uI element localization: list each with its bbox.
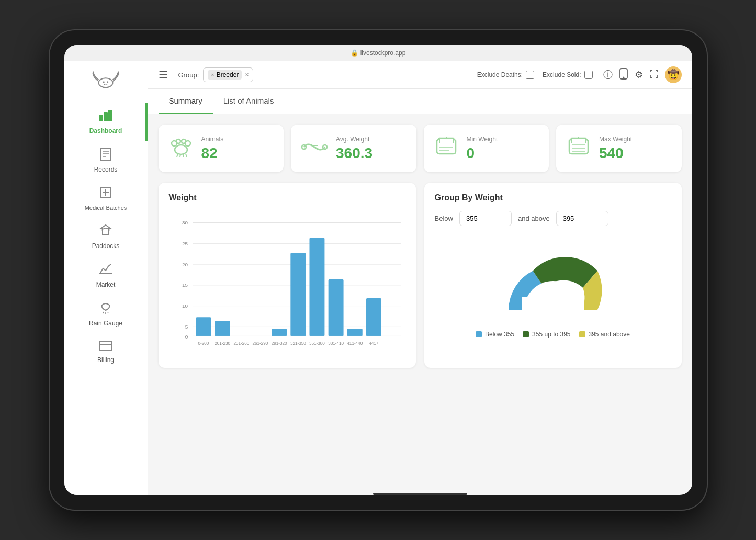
- svg-text:25: 25: [182, 241, 188, 246]
- stat-info-animals: Animals 82: [201, 136, 224, 162]
- svg-rect-4: [104, 112, 108, 121]
- sidebar-item-market[interactable]: Market: [64, 256, 148, 295]
- svg-text:321-350: 321-350: [290, 341, 306, 346]
- svg-line-27: [180, 154, 180, 157]
- bar-351-380: [309, 238, 324, 336]
- animals-icon: [169, 135, 193, 162]
- avg-weight-value: 360.3: [336, 145, 373, 162]
- legend-item-above-395: 395 and above: [579, 331, 630, 338]
- legend-item-below-355: Below 355: [476, 331, 514, 338]
- sidebar-item-paddocks[interactable]: Paddocks: [64, 217, 148, 256]
- legend-dot-below-355: [476, 331, 482, 338]
- user-avatar[interactable]: 🤠: [665, 66, 682, 83]
- group-weight-controls: Below and above: [435, 211, 671, 226]
- bar-291-320: [272, 329, 287, 336]
- group-tag-close[interactable]: ×: [245, 71, 249, 78]
- svg-text:441+: 441+: [369, 341, 379, 346]
- svg-text:30: 30: [182, 220, 188, 226]
- svg-text:201-230: 201-230: [215, 341, 230, 346]
- mobile-icon[interactable]: [619, 68, 628, 82]
- bar-441-plus: [366, 298, 381, 336]
- group-by-weight-card: Group By Weight Below and above: [424, 183, 682, 368]
- group-tag-container[interactable]: × Breeder ×: [203, 68, 253, 82]
- svg-text:231-260: 231-260: [233, 341, 249, 346]
- lock-icon: 🔒: [351, 49, 358, 57]
- svg-rect-3: [99, 115, 103, 121]
- group-tag[interactable]: × Breeder: [208, 70, 242, 80]
- svg-text:0-200: 0-200: [198, 341, 209, 346]
- legend-dot-above-395: [579, 331, 585, 338]
- svg-rect-6: [100, 148, 111, 161]
- sidebar-item-market-label: Market: [96, 281, 116, 288]
- tab-list-of-animals[interactable]: List of Animals: [213, 89, 285, 114]
- group-filter: Group: × Breeder ×: [178, 68, 254, 82]
- browser-url: livestockpro.app: [360, 49, 406, 57]
- expand-icon[interactable]: [649, 69, 659, 81]
- svg-line-28: [183, 154, 184, 157]
- svg-text:291-320: 291-320: [271, 341, 287, 346]
- above-input[interactable]: [556, 211, 608, 226]
- sidebar-item-dashboard-label: Dashboard: [89, 127, 122, 134]
- svg-point-1: [103, 81, 105, 83]
- svg-text:411-440: 411-440: [347, 341, 363, 346]
- above-label: and above: [518, 215, 550, 222]
- sidebar-item-paddocks-label: Paddocks: [92, 242, 120, 250]
- group-label: Group:: [178, 71, 199, 79]
- exclude-sold-group: Exclude Sold:: [543, 71, 592, 79]
- market-icon: [99, 262, 112, 279]
- sidebar-item-medical-batches-label: Medical Batches: [85, 205, 127, 211]
- avg-weight-icon: [301, 138, 328, 160]
- stat-info-max-weight: Max Weight 540: [599, 136, 632, 162]
- stat-card-max-weight: Max Weight 540: [556, 125, 682, 172]
- min-weight-label: Min Weight: [467, 136, 498, 143]
- hamburger-button[interactable]: ☰: [159, 69, 168, 81]
- legend-label-above-395: 395 and above: [589, 331, 630, 338]
- min-weight-value: 0: [467, 145, 498, 162]
- svg-text:15: 15: [182, 282, 188, 288]
- max-weight-label: Max Weight: [599, 136, 632, 143]
- bar-411-440: [347, 329, 362, 336]
- sidebar-item-records[interactable]: Records: [64, 141, 148, 179]
- header-icons: ⓘ ⚙: [603, 66, 682, 83]
- tab-summary[interactable]: Summary: [159, 89, 213, 114]
- exclude-sold-label: Exclude Sold:: [543, 71, 581, 78]
- animals-value: 82: [201, 145, 224, 162]
- svg-point-2: [107, 81, 108, 83]
- sidebar-item-billing[interactable]: Billing: [64, 333, 148, 370]
- stat-info-min-weight: Min Weight 0: [467, 136, 498, 162]
- tablet-screen: 🔒 livestockpro.app: [64, 45, 692, 495]
- svg-text:0: 0: [185, 334, 188, 340]
- billing-icon: [99, 340, 112, 354]
- sidebar-item-dashboard[interactable]: Dashboard: [64, 103, 148, 141]
- svg-line-14: [103, 312, 104, 313]
- donut-chart-svg: [475, 237, 631, 325]
- legend-item-355-395: 355 up to 395: [523, 331, 570, 338]
- svg-line-26: [177, 154, 178, 157]
- exclude-deaths-checkbox[interactable]: [526, 71, 534, 79]
- app-layout: Dashboard Records: [64, 61, 692, 495]
- bar-201-230: [215, 321, 230, 336]
- app-logo: [90, 70, 121, 93]
- max-weight-icon: [567, 136, 591, 161]
- bar-chart-container: 30 25 20 15 10 5 0: [169, 211, 405, 357]
- svg-rect-13: [99, 273, 112, 274]
- bar-381-410: [328, 279, 343, 336]
- top-header: ☰ Group: × Breeder ×: [148, 61, 692, 89]
- group-tag-x[interactable]: ×: [211, 72, 214, 78]
- svg-rect-68: [522, 297, 584, 312]
- header-controls: Exclude Deaths: Exclude Sold:: [477, 71, 593, 79]
- svg-point-25: [182, 139, 186, 143]
- exclude-sold-checkbox[interactable]: [584, 71, 593, 79]
- below-input[interactable]: [459, 211, 512, 226]
- svg-text:5: 5: [185, 324, 188, 330]
- svg-text:261-290: 261-290: [252, 341, 268, 346]
- exclude-deaths-label: Exclude Deaths:: [477, 71, 523, 78]
- settings-icon[interactable]: ⚙: [635, 69, 643, 81]
- sidebar-item-medical-batches[interactable]: Medical Batches: [64, 179, 148, 217]
- records-icon: [99, 147, 112, 164]
- tabs-bar: Summary List of Animals: [148, 89, 692, 114]
- sidebar-item-rain-gauge[interactable]: Rain Gauge: [64, 295, 148, 333]
- info-icon[interactable]: ⓘ: [603, 69, 613, 81]
- legend-label-below-355: Below 355: [485, 331, 514, 338]
- scroll-indicator: [373, 493, 467, 495]
